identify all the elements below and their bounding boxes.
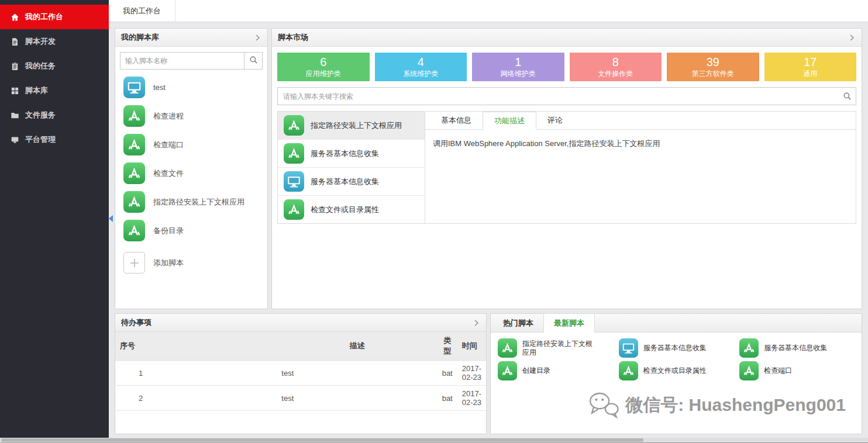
category-count: 4 <box>375 55 467 69</box>
my-library-panel: 我的脚本库 test <box>115 28 268 309</box>
script-name-input[interactable] <box>120 52 244 70</box>
script-name: test <box>153 83 166 92</box>
magnifier-icon[interactable] <box>843 92 852 101</box>
script-name: 检查文件 <box>153 168 184 179</box>
sidebar-item-label: 文件服务 <box>25 110 56 120</box>
category-card[interactable]: 1 网络维护类 <box>472 53 564 81</box>
market-header: 脚本市场 <box>272 29 862 47</box>
scripts-tab[interactable]: 最新脚本 <box>543 313 595 333</box>
library-search-button[interactable] <box>244 52 263 70</box>
script-name: 指定路径安装上下文根应用 <box>522 340 593 357</box>
market-search-input[interactable] <box>277 87 856 105</box>
market-script-list: 指定路径安装上下文根应用 服务器基本信息收集 服务器基本信息收集 <box>277 111 425 224</box>
category-count: 17 <box>764 55 857 69</box>
script-name: 指定路径安装上下文根应用 <box>311 120 402 131</box>
detail-tab[interactable]: 功能描述 <box>483 112 536 130</box>
sidebar-item[interactable]: 脚本开发 <box>0 29 109 54</box>
app-icon <box>284 143 304 164</box>
script-name: 服务器基本信息收集 <box>311 176 379 187</box>
plus-icon <box>123 252 145 274</box>
my-script-item[interactable]: test <box>115 73 267 102</box>
script-name: 检查文件或目录属性 <box>643 366 707 375</box>
sidebar-menu: 我的工作台 脚本开发 我的任务 脚本库 <box>0 5 109 152</box>
market-script-item[interactable]: 检查文件或目录属性 <box>278 196 425 223</box>
tasks-icon <box>11 62 19 71</box>
latest-script-item[interactable]: 检查端口 <box>739 361 855 380</box>
sidebar-item[interactable]: 脚本库 <box>0 78 109 103</box>
todo-seq: 2 <box>115 386 277 411</box>
my-script-item[interactable]: 检查进程 <box>115 102 267 130</box>
category-count: 1 <box>472 55 564 69</box>
todo-row[interactable]: 2 test bat 2017-02-23 <box>115 386 486 411</box>
todo-table-body: 1 test bat 2017-02-23 2 test bat 2017-02… <box>115 361 486 411</box>
my-script-list: test 检查进程 检查端口 检查文件 <box>115 72 267 246</box>
market-search <box>277 87 856 105</box>
expand-chevron-icon[interactable] <box>473 319 480 327</box>
app-icon <box>123 162 145 184</box>
detail-tab[interactable]: 评论 <box>536 112 574 129</box>
category-card[interactable]: 8 文件操作类 <box>570 53 662 81</box>
category-card[interactable]: 39 第三方软件类 <box>667 53 759 81</box>
expand-chevron-icon[interactable] <box>254 34 261 41</box>
my-library-header: 我的脚本库 <box>115 29 267 47</box>
market-script-item[interactable]: 服务器基本信息收集 <box>278 140 425 168</box>
my-script-item[interactable]: 指定路径安装上下文根应用 <box>115 188 267 216</box>
todo-time: 2017-02-23 <box>457 386 486 411</box>
latest-script-item[interactable]: 服务器基本信息收集 <box>739 338 855 358</box>
script-name: 检查端口 <box>153 140 184 150</box>
main-area: 我的工作台 我的脚本库 <box>109 0 868 442</box>
category-card[interactable]: 17 通用 <box>764 53 857 81</box>
sidebar-item[interactable]: 平台管理 <box>0 127 109 152</box>
category-count: 39 <box>667 55 759 69</box>
expand-chevron-icon[interactable] <box>848 34 856 41</box>
tab-my-workspace[interactable]: 我的工作台 <box>109 0 175 22</box>
scrollbar-thumb[interactable] <box>1 438 643 442</box>
sidebar-item-label: 平台管理 <box>25 134 56 145</box>
monitor-icon <box>284 171 304 192</box>
market-script-item[interactable]: 服务器基本信息收集 <box>278 168 425 196</box>
todo-table: 序号描述类型时间 1 test bat 2017-02-23 2 <box>115 332 486 411</box>
todo-title: 待办事项 <box>121 317 151 328</box>
scripts-tab[interactable]: 热门脚本 <box>493 314 543 332</box>
script-name: 指定路径安装上下文根应用 <box>153 197 244 207</box>
my-script-item[interactable]: 检查端口 <box>115 130 267 159</box>
sidebar-collapse-handle[interactable] <box>109 215 113 222</box>
latest-script-item[interactable]: 指定路径安装上下文根应用 <box>498 338 613 358</box>
scripts-panel: 热门脚本 最新脚本 指定路径安装上下文根应用 服务器基本信息收集 <box>490 313 862 434</box>
app-icon <box>284 199 304 220</box>
category-card[interactable]: 4 系统维护类 <box>375 53 467 81</box>
app-icon <box>739 361 759 380</box>
add-script-button[interactable]: 添加脚本 <box>115 248 267 277</box>
latest-script-item[interactable]: 创建目录 <box>498 361 613 380</box>
latest-script-item[interactable]: 服务器基本信息收集 <box>619 338 734 358</box>
app-icon <box>619 361 638 380</box>
script-description: 调用IBM WebSphere Application Server,指定路径安… <box>425 130 856 158</box>
latest-script-item[interactable]: 检查文件或目录属性 <box>619 361 734 380</box>
todo-panel: 待办事项 序号描述类型时间 1 test <box>115 313 487 434</box>
add-script-label: 添加脚本 <box>153 258 184 268</box>
latest-scripts-grid: 指定路径安装上下文根应用 服务器基本信息收集 服务器基本信息收集 <box>491 333 862 386</box>
category-card[interactable]: 6 应用维护类 <box>277 53 370 81</box>
sidebar: 我的工作台 脚本开发 我的任务 脚本库 <box>0 0 109 442</box>
app-icon <box>123 105 145 127</box>
market-script-item[interactable]: 指定路径安装上下文根应用 <box>278 112 425 140</box>
sidebar-item-label: 脚本库 <box>25 85 48 96</box>
sidebar-item[interactable]: 我的工作台 <box>0 5 109 29</box>
my-script-item[interactable]: 检查文件 <box>115 159 267 188</box>
category-count: 6 <box>277 55 370 69</box>
detail-tab[interactable]: 基本信息 <box>430 112 483 129</box>
sidebar-item[interactable]: 文件服务 <box>0 103 109 127</box>
todo-time: 2017-02-23 <box>457 361 486 386</box>
category-label: 通用 <box>764 69 857 79</box>
todo-column-header: 序号 <box>115 332 277 361</box>
sidebar-item[interactable]: 我的任务 <box>0 54 109 78</box>
script-detail: 基本信息 功能描述 评论 调用IBM WebSphere Application… <box>425 111 856 224</box>
monitor-icon <box>123 77 145 98</box>
todo-row[interactable]: 1 test bat 2017-02-23 <box>115 361 486 386</box>
app-window: 我的工作台 脚本开发 我的任务 脚本库 <box>0 0 868 443</box>
my-script-item[interactable]: 备份目录 <box>115 216 267 245</box>
sidebar-item-label: 我的任务 <box>25 61 56 71</box>
detail-tabs: 基本信息 功能描述 评论 <box>425 112 856 130</box>
dev-icon <box>11 37 19 46</box>
script-name: 备份目录 <box>153 226 184 236</box>
